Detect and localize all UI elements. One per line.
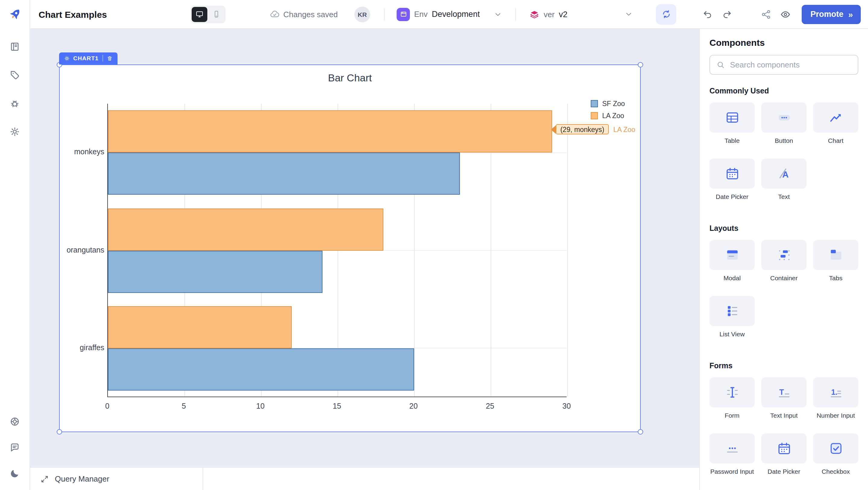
component-label: Table <box>724 137 740 144</box>
refresh-button[interactable] <box>656 4 676 24</box>
text-icon: A <box>761 158 807 189</box>
debugger-icon <box>9 97 21 109</box>
panel-section-forms: FormsFormTText Input1.Number InputPasswo… <box>710 362 858 475</box>
desktop-toggle[interactable] <box>192 7 207 22</box>
bar-sf-zoo-orangutans[interactable] <box>108 250 322 293</box>
component-label: Date Picker <box>716 193 749 200</box>
tabs-icon <box>813 240 858 270</box>
x-tick-label: 25 <box>478 402 502 410</box>
sidebar-chat-button[interactable] <box>4 436 26 458</box>
x-tick-label: 20 <box>401 402 426 410</box>
svg-text:A: A <box>782 170 788 179</box>
sidebar-nav <box>4 29 26 142</box>
chart-legend: SF ZooLA Zoo <box>591 98 625 122</box>
sidebar-theme-toggle-button[interactable] <box>4 462 26 484</box>
share-icon[interactable] <box>761 9 772 20</box>
device-toggle[interactable] <box>190 5 225 23</box>
top-header: Chart Examples Changes saved KR <box>30 0 868 29</box>
component-card-number-input[interactable]: 1.Number Input <box>813 377 858 419</box>
component-card-date-picker[interactable]: Date Picker <box>761 433 807 475</box>
eye-icon[interactable] <box>780 9 791 20</box>
components-panel-title: Components <box>710 37 858 48</box>
component-card-password-input[interactable]: Password Input <box>710 433 755 475</box>
version-selector[interactable]: ver v2 <box>529 9 633 19</box>
component-card-button[interactable]: Button <box>761 102 807 144</box>
component-label: Number Input <box>816 412 855 419</box>
component-card-checkbox[interactable]: Checkbox <box>813 433 858 475</box>
search-components-input[interactable] <box>730 60 852 69</box>
canvas-bottom-bar: Query Manager <box>30 467 699 490</box>
component-card-table[interactable]: Table <box>710 102 755 144</box>
legend-label: SF Zoo <box>602 100 625 107</box>
resize-handle-bottom-left[interactable] <box>57 429 62 434</box>
sidebar-debugger-button[interactable] <box>4 92 26 114</box>
bar-la-zoo-orangutans[interactable] <box>108 208 383 250</box>
environment-icon <box>397 7 410 21</box>
bar-la-zoo-monkeys[interactable] <box>108 110 552 152</box>
chart-widget[interactable]: CHART1 Bar Chart SF ZooLA Zoo (29, monke… <box>59 64 641 432</box>
query-manager-toggle[interactable]: Query Manager <box>30 468 203 490</box>
component-card-tabs[interactable]: Tabs <box>813 240 858 281</box>
component-label: Text Input <box>770 412 798 419</box>
checkbox-icon <box>813 433 858 463</box>
bar-sf-zoo-giraffes[interactable] <box>108 348 414 391</box>
component-card-date-picker[interactable]: Date Picker <box>710 158 755 200</box>
component-card-container[interactable]: Container <box>761 240 807 281</box>
version-label: ver <box>544 10 555 19</box>
widget-tag: CHART1 <box>59 52 117 64</box>
redo-icon[interactable] <box>721 9 733 20</box>
undo-icon[interactable] <box>702 9 713 20</box>
datepicker-icon <box>761 433 807 463</box>
section-title: Layouts <box>710 224 858 233</box>
resize-handle-bottom-right[interactable] <box>638 429 643 434</box>
environment-value: Development <box>432 10 480 19</box>
sidebar-support-button[interactable] <box>4 410 26 432</box>
panel-section-layouts: LayoutsModalContainerTabsList View <box>710 224 858 338</box>
widget-tag-label: CHART1 <box>73 55 98 61</box>
mobile-icon <box>212 10 221 19</box>
resize-handle-top-right[interactable] <box>638 62 643 67</box>
trash-icon[interactable] <box>106 55 113 61</box>
sidebar-pages-button[interactable] <box>4 36 26 57</box>
app-root: Chart Examples Changes saved KR <box>0 0 868 490</box>
mobile-toggle[interactable] <box>209 7 224 22</box>
rocket-logo[interactable] <box>0 0 30 29</box>
component-label: Tabs <box>829 274 842 281</box>
component-card-text-input[interactable]: TText Input <box>761 377 807 419</box>
component-label: Checkbox <box>822 468 849 475</box>
refresh-icon <box>661 9 671 19</box>
component-card-list-view[interactable]: List View <box>710 296 755 338</box>
x-tick-label: 10 <box>248 402 273 410</box>
legend-swatch <box>591 112 598 119</box>
legend-item-sf-zoo[interactable]: SF Zoo <box>591 98 625 110</box>
component-card-text[interactable]: AText <box>761 158 807 200</box>
theme-toggle-icon <box>9 467 21 479</box>
component-card-chart[interactable]: Chart <box>813 102 858 144</box>
environment-selector[interactable]: Env Development <box>397 7 502 21</box>
promote-button[interactable]: Promote » <box>802 4 861 24</box>
search-components-box[interactable] <box>710 55 858 75</box>
canvas[interactable]: CHART1 Bar Chart SF ZooLA Zoo (29, monke… <box>30 29 699 490</box>
component-label: Password Input <box>710 468 754 475</box>
bar-sf-zoo-monkeys[interactable] <box>108 152 460 195</box>
sidebar-settings-button[interactable] <box>4 121 26 142</box>
avatar[interactable]: KR <box>354 6 370 22</box>
pages-icon <box>9 41 21 52</box>
version-value: v2 <box>559 10 567 19</box>
x-tick-label: 5 <box>172 402 196 410</box>
legend-item-la-zoo[interactable]: LA Zoo <box>591 110 625 122</box>
double-chevron-right-icon: » <box>848 9 852 19</box>
tooltip-series-label: LA Zoo <box>613 126 635 133</box>
component-card-modal[interactable]: Modal <box>710 240 755 281</box>
component-label: Modal <box>723 274 741 281</box>
bar-la-zoo-giraffes[interactable] <box>108 306 292 348</box>
tooltip-arrow-icon <box>551 125 555 133</box>
component-card-form[interactable]: Form <box>710 377 755 419</box>
components-panel: Components Commonly UsedTableButtonChart… <box>699 29 868 490</box>
x-tick-label: 15 <box>325 402 349 410</box>
gear-icon[interactable] <box>64 55 70 61</box>
save-status-text: Changes saved <box>283 10 338 19</box>
app-title: Chart Examples <box>38 9 107 19</box>
sidebar-marketplace-button[interactable] <box>4 64 26 86</box>
desktop-icon <box>195 10 204 19</box>
